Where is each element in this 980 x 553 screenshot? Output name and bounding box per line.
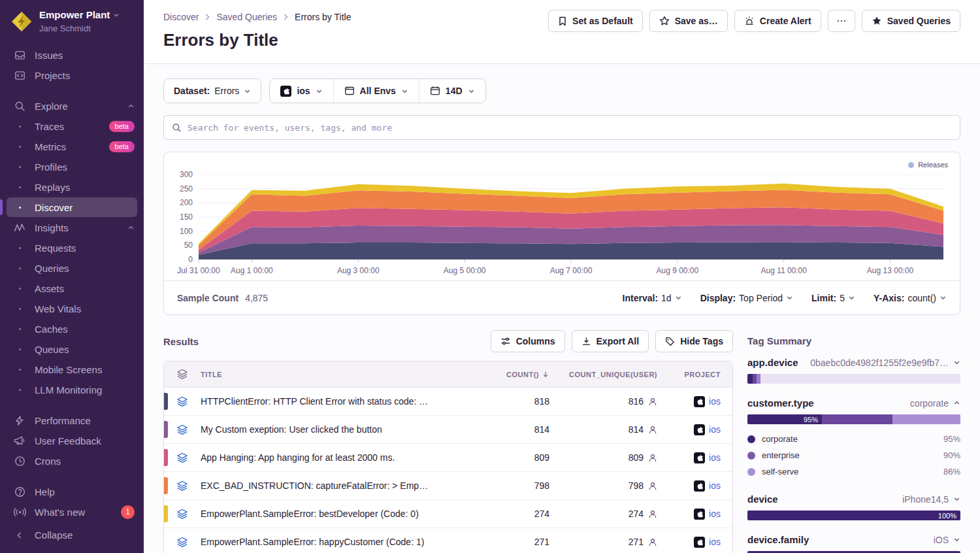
tag-value-row[interactable]: self-serve86%	[747, 463, 960, 480]
releases-legend-dot	[908, 162, 914, 168]
sidebar-item-queues[interactable]: Queues	[0, 339, 144, 360]
bullet-icon	[13, 146, 26, 148]
saved-queries-button[interactable]: Saved Queries	[862, 10, 960, 32]
sidebar-item-queries[interactable]: Queries	[0, 258, 144, 278]
sidebar-item-label: Projects	[35, 70, 70, 81]
dataset-selector[interactable]: Dataset: Errors	[163, 78, 261, 103]
sidebar-item-issues[interactable]: Issues	[0, 45, 144, 65]
hide-tags-button[interactable]: Hide Tags	[655, 330, 733, 352]
sidebar-item-profiles[interactable]: Profiles	[0, 157, 144, 177]
table-row[interactable]: EmpowerPlant.SampleError: happyCustomer …	[164, 528, 732, 553]
notification-badge: 1	[121, 505, 135, 519]
apple-project-icon	[694, 396, 705, 407]
svg-text:250: 250	[180, 184, 193, 193]
ios-filter[interactable]: ios	[270, 79, 333, 103]
sidebar-item-user-feedback[interactable]: User Feedback	[0, 431, 144, 451]
table-row[interactable]: HTTPClientError: HTTP Client Error with …	[164, 388, 732, 416]
set-as-default-button[interactable]: Set as Default	[548, 10, 643, 32]
export-all-button[interactable]: Export All	[572, 330, 649, 352]
tag-distribution-bar[interactable]: 100%	[747, 511, 960, 520]
sidebar-item-traces[interactable]: Tracesbeta	[0, 116, 144, 137]
project-link[interactable]: ios	[709, 452, 721, 463]
header-actions: Set as DefaultSave as…Create AlertSaved …	[548, 10, 960, 32]
button-label: Create Alert	[760, 16, 811, 26]
column-title[interactable]: TITLE	[201, 371, 438, 378]
table-row[interactable]: App Hanging: App hanging for at least 20…	[164, 444, 732, 472]
tag-key: app.device	[747, 357, 798, 368]
sidebar-item-mobile-screens[interactable]: Mobile Screens	[0, 360, 144, 380]
chart-footer: Sample Count 4,875 Interval:1dDisplay:To…	[164, 280, 960, 314]
limit-dropdown[interactable]: Limit:5	[811, 293, 855, 303]
user-icon	[648, 397, 657, 407]
project-link[interactable]: ios	[709, 396, 721, 407]
svg-text:200: 200	[180, 198, 193, 207]
project-link[interactable]: ios	[709, 480, 721, 491]
sidebar-item-crons[interactable]: Crons	[0, 451, 144, 471]
chevron-up-icon	[127, 103, 135, 110]
org-switcher[interactable]: Empower Plant Jane Schmidt	[0, 9, 144, 35]
chevron-up-icon	[127, 224, 135, 231]
unique-user-count: 274	[629, 509, 644, 519]
area-series-httpclienterror	[199, 242, 943, 260]
svg-text:50: 50	[184, 241, 193, 250]
column-count[interactable]: COUNT()	[438, 370, 549, 378]
stacked-area-chart: 050100150200250300Jul 31 00:00Aug 1 00:0…	[164, 152, 960, 280]
button-label: Saved Queries	[887, 16, 951, 26]
create-alert-button[interactable]: Create Alert	[734, 10, 821, 32]
y-axis-dropdown[interactable]: Y-Axis:count()	[874, 293, 947, 303]
sidebar-item-insights[interactable]: Insights	[0, 218, 144, 238]
tag-summary-panel: Tag Summary app.device0baebc0de4982f1255…	[747, 329, 960, 553]
sidebar-item-label: Issues	[35, 50, 63, 61]
project-link[interactable]: ios	[709, 537, 721, 547]
sidebar-item-performance[interactable]: Performance	[0, 411, 144, 431]
search-input[interactable]	[188, 123, 952, 133]
sidebar-item-help[interactable]: Help	[0, 482, 144, 502]
tag-value-percent: 90%	[943, 450, 960, 460]
chart-legend[interactable]: Releases	[908, 161, 948, 169]
columns-button[interactable]: Columns	[491, 330, 565, 352]
save-as-button[interactable]: Save as…	[649, 10, 728, 32]
sidebar-item-llm-monitoring[interactable]: LLM Monitoring	[0, 380, 144, 400]
sidebar-item-requests[interactable]: Requests	[0, 238, 144, 258]
search-bar	[163, 115, 960, 140]
sidebar-item-discover[interactable]: Discover	[0, 197, 144, 218]
sidebar-item-caches[interactable]: Caches	[0, 319, 144, 339]
more-options-button[interactable]	[828, 10, 855, 32]
unique-user-count: 809	[629, 452, 644, 463]
sidebar-item-replays[interactable]: Replays	[0, 177, 144, 197]
project-link[interactable]: ios	[709, 424, 721, 435]
sidebar-item-metrics[interactable]: Metricsbeta	[0, 137, 144, 157]
svg-text:Aug 13 00:00: Aug 13 00:00	[867, 266, 914, 275]
sidebar-collapse[interactable]: Collapse	[0, 525, 144, 545]
sidebar-item-explore[interactable]: Explore	[0, 96, 144, 116]
series-color-indicator	[164, 393, 168, 410]
table-header: TITLECOUNT()COUNT_UNIQUE(USER)PROJECT	[164, 361, 732, 388]
tag-bar-segment	[757, 374, 760, 384]
tag-distribution-bar[interactable]: 95%	[747, 414, 960, 424]
error-title: EmpowerPlant.SampleError: bestDeveloper …	[201, 509, 438, 519]
sidebar-item-what-s-new[interactable]: What's new1	[0, 502, 144, 522]
tag-value-row[interactable]: corporate95%	[747, 431, 960, 447]
sidebar-item-web-vitals[interactable]: Web Vitals	[0, 299, 144, 319]
project-link[interactable]: ios	[709, 509, 721, 519]
sidebar-item-label: LLM Monitoring	[35, 384, 102, 395]
breadcrumb-saved-queries[interactable]: Saved Queries	[216, 12, 277, 22]
tag-value-row[interactable]: enterprise90%	[747, 447, 960, 463]
column-project[interactable]: PROJECT	[657, 371, 732, 378]
table-row[interactable]: My Custom exeption: User clicked the but…	[164, 416, 732, 444]
sidebar-item-assets[interactable]: Assets	[0, 278, 144, 299]
column-count-unique-user[interactable]: COUNT_UNIQUE(USER)	[549, 371, 657, 378]
interval-dropdown[interactable]: Interval:1d	[623, 293, 682, 303]
breadcrumb-discover[interactable]: Discover	[163, 12, 199, 22]
sidebar: Empower Plant Jane Schmidt IssuesProject…	[0, 0, 144, 553]
all-envs-filter[interactable]: All Envs	[333, 79, 419, 103]
14d-filter[interactable]: 14D	[419, 79, 485, 103]
sidebar-item-projects[interactable]: Projects	[0, 65, 144, 86]
filter-value: 14D	[446, 86, 463, 96]
display-dropdown[interactable]: Display:Top Period	[700, 293, 793, 303]
tag-distribution-bar[interactable]	[747, 374, 960, 384]
table-row[interactable]: EXC_BAD_INSTRUCTION: captureFatalError: …	[164, 472, 732, 500]
tag-bar-segment	[747, 374, 753, 384]
bullet-icon	[13, 267, 26, 269]
table-row[interactable]: EmpowerPlant.SampleError: bestDeveloper …	[164, 500, 732, 528]
